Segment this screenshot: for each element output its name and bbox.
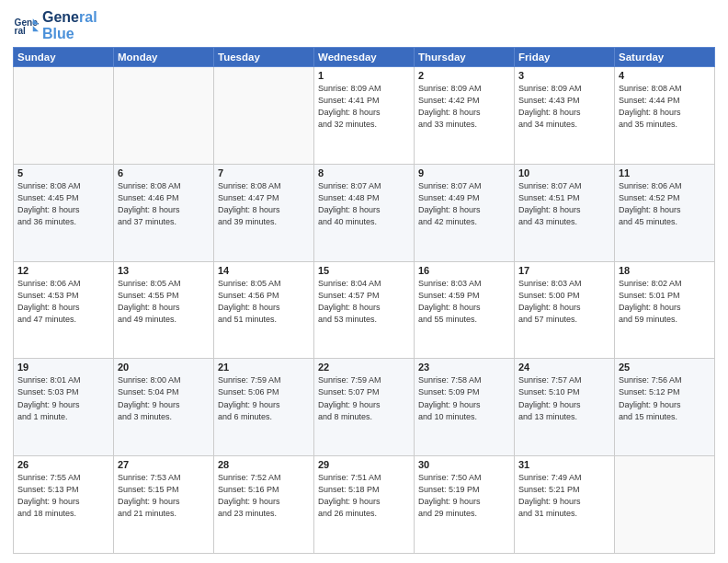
svg-text:ral: ral xyxy=(15,26,27,36)
day-number: 11 xyxy=(619,167,711,178)
day-info: Sunrise: 7:49 AM Sunset: 5:21 PM Dayligh… xyxy=(518,472,610,520)
day-number: 6 xyxy=(118,167,210,178)
day-number: 26 xyxy=(17,459,109,470)
day-number: 18 xyxy=(619,265,711,276)
calendar-day-cell xyxy=(14,67,114,165)
day-info: Sunrise: 7:59 AM Sunset: 5:07 PM Dayligh… xyxy=(318,374,410,422)
page: Gene- ral General Blue SundayMondayTuesd… xyxy=(0,0,728,563)
calendar-day-cell: 4Sunrise: 8:08 AM Sunset: 4:44 PM Daylig… xyxy=(615,67,715,165)
calendar-day-cell: 2Sunrise: 8:09 AM Sunset: 4:42 PM Daylig… xyxy=(415,67,515,165)
calendar-header-row: SundayMondayTuesdayWednesdayThursdayFrid… xyxy=(14,48,715,67)
day-info: Sunrise: 8:03 AM Sunset: 4:59 PM Dayligh… xyxy=(418,278,510,326)
calendar-day-cell: 17Sunrise: 8:03 AM Sunset: 5:00 PM Dayli… xyxy=(515,261,615,359)
calendar-day-cell: 11Sunrise: 8:06 AM Sunset: 4:52 PM Dayli… xyxy=(615,164,715,261)
day-number: 8 xyxy=(318,167,410,178)
calendar-week-row: 12Sunrise: 8:06 AM Sunset: 4:53 PM Dayli… xyxy=(14,261,715,359)
day-of-week-header: Friday xyxy=(515,48,615,67)
day-info: Sunrise: 8:09 AM Sunset: 4:41 PM Dayligh… xyxy=(318,83,410,131)
day-info: Sunrise: 7:53 AM Sunset: 5:15 PM Dayligh… xyxy=(118,472,210,520)
calendar-day-cell: 29Sunrise: 7:51 AM Sunset: 5:18 PM Dayli… xyxy=(314,456,415,554)
day-number: 12 xyxy=(17,265,109,276)
day-number: 4 xyxy=(619,70,711,81)
day-of-week-header: Saturday xyxy=(615,48,715,67)
day-info: Sunrise: 8:08 AM Sunset: 4:44 PM Dayligh… xyxy=(619,83,711,131)
day-number: 27 xyxy=(118,459,210,470)
day-number: 30 xyxy=(418,459,510,470)
day-info: Sunrise: 8:00 AM Sunset: 5:04 PM Dayligh… xyxy=(118,374,210,422)
calendar-day-cell: 12Sunrise: 8:06 AM Sunset: 4:53 PM Dayli… xyxy=(14,261,114,359)
calendar-day-cell: 27Sunrise: 7:53 AM Sunset: 5:15 PM Dayli… xyxy=(114,456,214,554)
day-number: 5 xyxy=(17,167,109,178)
calendar-day-cell: 22Sunrise: 7:59 AM Sunset: 5:07 PM Dayli… xyxy=(314,359,415,456)
day-info: Sunrise: 8:01 AM Sunset: 5:03 PM Dayligh… xyxy=(17,374,109,422)
day-info: Sunrise: 8:06 AM Sunset: 4:52 PM Dayligh… xyxy=(619,180,711,228)
calendar-day-cell: 28Sunrise: 7:52 AM Sunset: 5:16 PM Dayli… xyxy=(214,456,314,554)
day-info: Sunrise: 8:08 AM Sunset: 4:47 PM Dayligh… xyxy=(218,180,310,228)
day-number: 31 xyxy=(518,459,610,470)
day-number: 23 xyxy=(418,362,510,373)
day-number: 24 xyxy=(518,362,610,373)
calendar-day-cell: 14Sunrise: 8:05 AM Sunset: 4:56 PM Dayli… xyxy=(214,261,314,359)
calendar-day-cell: 3Sunrise: 8:09 AM Sunset: 4:43 PM Daylig… xyxy=(515,67,615,165)
day-number: 1 xyxy=(318,70,410,81)
day-number: 19 xyxy=(17,362,109,373)
day-number: 9 xyxy=(418,167,510,178)
day-of-week-header: Sunday xyxy=(14,48,114,67)
calendar-day-cell xyxy=(214,67,314,165)
day-of-week-header: Tuesday xyxy=(214,48,314,67)
day-info: Sunrise: 7:58 AM Sunset: 5:09 PM Dayligh… xyxy=(418,374,510,422)
calendar-day-cell: 5Sunrise: 8:08 AM Sunset: 4:45 PM Daylig… xyxy=(14,164,114,261)
day-number: 14 xyxy=(218,265,310,276)
day-number: 22 xyxy=(318,362,410,373)
day-number: 2 xyxy=(418,70,510,81)
day-info: Sunrise: 7:56 AM Sunset: 5:12 PM Dayligh… xyxy=(619,374,711,422)
logo-icon: Gene- ral xyxy=(13,13,39,39)
day-number: 16 xyxy=(418,265,510,276)
day-info: Sunrise: 8:05 AM Sunset: 4:56 PM Dayligh… xyxy=(218,278,310,326)
header: Gene- ral General Blue xyxy=(13,9,715,41)
calendar-day-cell: 31Sunrise: 7:49 AM Sunset: 5:21 PM Dayli… xyxy=(515,456,615,554)
calendar-day-cell: 1Sunrise: 8:09 AM Sunset: 4:41 PM Daylig… xyxy=(314,67,415,165)
day-info: Sunrise: 8:07 AM Sunset: 4:49 PM Dayligh… xyxy=(418,180,510,228)
calendar-table: SundayMondayTuesdayWednesdayThursdayFrid… xyxy=(13,47,715,554)
day-info: Sunrise: 7:51 AM Sunset: 5:18 PM Dayligh… xyxy=(318,472,410,520)
day-info: Sunrise: 8:07 AM Sunset: 4:48 PM Dayligh… xyxy=(318,180,410,228)
day-number: 3 xyxy=(518,70,610,81)
day-info: Sunrise: 8:03 AM Sunset: 5:00 PM Dayligh… xyxy=(518,278,610,326)
day-number: 13 xyxy=(118,265,210,276)
day-number: 29 xyxy=(318,459,410,470)
calendar-day-cell: 21Sunrise: 7:59 AM Sunset: 5:06 PM Dayli… xyxy=(214,359,314,456)
calendar-week-row: 1Sunrise: 8:09 AM Sunset: 4:41 PM Daylig… xyxy=(14,67,715,165)
calendar-day-cell: 13Sunrise: 8:05 AM Sunset: 4:55 PM Dayli… xyxy=(114,261,214,359)
calendar-day-cell: 10Sunrise: 8:07 AM Sunset: 4:51 PM Dayli… xyxy=(515,164,615,261)
day-number: 25 xyxy=(619,362,711,373)
calendar-day-cell: 23Sunrise: 7:58 AM Sunset: 5:09 PM Dayli… xyxy=(415,359,515,456)
calendar-day-cell: 18Sunrise: 8:02 AM Sunset: 5:01 PM Dayli… xyxy=(615,261,715,359)
day-info: Sunrise: 7:55 AM Sunset: 5:13 PM Dayligh… xyxy=(17,472,109,520)
day-number: 28 xyxy=(218,459,310,470)
day-info: Sunrise: 7:50 AM Sunset: 5:19 PM Dayligh… xyxy=(418,472,510,520)
day-number: 20 xyxy=(118,362,210,373)
calendar-day-cell: 19Sunrise: 8:01 AM Sunset: 5:03 PM Dayli… xyxy=(14,359,114,456)
calendar-day-cell xyxy=(615,456,715,554)
day-info: Sunrise: 8:02 AM Sunset: 5:01 PM Dayligh… xyxy=(619,278,711,326)
day-of-week-header: Monday xyxy=(114,48,214,67)
calendar-day-cell xyxy=(114,67,214,165)
calendar-day-cell: 16Sunrise: 8:03 AM Sunset: 4:59 PM Dayli… xyxy=(415,261,515,359)
day-number: 21 xyxy=(218,362,310,373)
day-info: Sunrise: 8:05 AM Sunset: 4:55 PM Dayligh… xyxy=(118,278,210,326)
calendar-day-cell: 30Sunrise: 7:50 AM Sunset: 5:19 PM Dayli… xyxy=(415,456,515,554)
calendar-day-cell: 26Sunrise: 7:55 AM Sunset: 5:13 PM Dayli… xyxy=(14,456,114,554)
calendar-day-cell: 25Sunrise: 7:56 AM Sunset: 5:12 PM Dayli… xyxy=(615,359,715,456)
logo-text-line2: Blue xyxy=(42,26,97,42)
day-number: 10 xyxy=(518,167,610,178)
calendar-day-cell: 9Sunrise: 8:07 AM Sunset: 4:49 PM Daylig… xyxy=(415,164,515,261)
day-info: Sunrise: 8:07 AM Sunset: 4:51 PM Dayligh… xyxy=(518,180,610,228)
day-number: 17 xyxy=(518,265,610,276)
day-info: Sunrise: 8:04 AM Sunset: 4:57 PM Dayligh… xyxy=(318,278,410,326)
calendar-day-cell: 15Sunrise: 8:04 AM Sunset: 4:57 PM Dayli… xyxy=(314,261,415,359)
day-info: Sunrise: 8:08 AM Sunset: 4:45 PM Dayligh… xyxy=(17,180,109,228)
calendar-body: 1Sunrise: 8:09 AM Sunset: 4:41 PM Daylig… xyxy=(14,67,715,554)
day-number: 7 xyxy=(218,167,310,178)
logo: Gene- ral General Blue xyxy=(13,9,97,41)
